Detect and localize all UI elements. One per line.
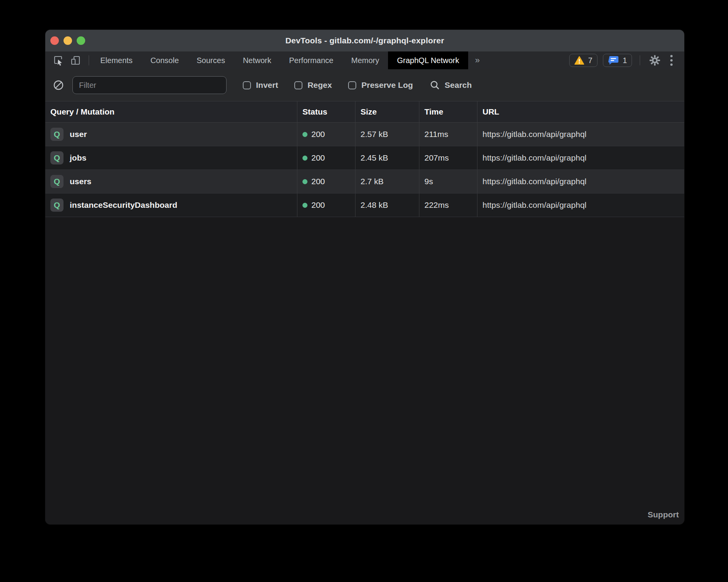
response-size: 2.48 kB <box>361 200 388 210</box>
status-ok-icon <box>302 179 307 184</box>
support-link[interactable]: Support <box>648 510 679 519</box>
tab-elements[interactable]: Elements <box>91 51 141 69</box>
device-toolbar-button[interactable] <box>69 53 82 67</box>
column-header-time[interactable]: Time <box>419 101 477 122</box>
requests-table-header: Query / Mutation Status Size Time URL <box>45 101 684 123</box>
inspect-element-button[interactable] <box>52 53 65 67</box>
column-header-url[interactable]: URL <box>477 101 684 122</box>
inspect-cursor-icon <box>53 55 64 66</box>
column-header-query-mutation[interactable]: Query / Mutation <box>45 101 297 122</box>
more-tabs-button[interactable]: » <box>468 51 487 69</box>
preserve-log-checkbox[interactable] <box>348 81 356 89</box>
requests-table-body: Q user 200 2.57 kB 211ms https://gitlab.… <box>45 123 684 217</box>
query-name: users <box>70 177 91 186</box>
filter-toolbar: Invert Regex Preserve Log Search <box>45 69 684 101</box>
request-time: 211ms <box>424 130 448 139</box>
status-code: 200 <box>311 130 325 139</box>
settings-button[interactable] <box>648 53 662 67</box>
tab-console[interactable]: Console <box>141 51 187 69</box>
message-icon <box>608 55 619 65</box>
window-title: DevTools - gitlab.com/-/graphql-explorer <box>45 36 684 45</box>
query-type-badge: Q <box>50 175 64 188</box>
dots-icon <box>670 55 673 57</box>
table-row[interactable]: Q jobs 200 2.45 kB 207ms https://gitlab.… <box>45 146 684 170</box>
query-type-badge: Q <box>50 199 64 212</box>
warnings-count: 7 <box>588 56 592 65</box>
request-url: https://gitlab.com/api/graphql <box>482 153 587 163</box>
tab-graphql-network[interactable]: GraphQL Network <box>388 51 468 69</box>
search-label: Search <box>445 80 472 90</box>
query-type-badge: Q <box>50 151 64 164</box>
search-icon <box>430 80 440 90</box>
panel-tabs: ElementsConsoleSourcesNetworkPerformance… <box>91 51 468 69</box>
status-code: 200 <box>311 200 325 210</box>
request-time: 222ms <box>424 200 449 210</box>
block-icon <box>53 80 64 91</box>
preserve-log-label: Preserve Log <box>361 80 413 90</box>
regex-checkbox-item[interactable]: Regex <box>294 80 332 90</box>
query-name: user <box>70 130 87 139</box>
regex-checkbox[interactable] <box>294 81 302 89</box>
status-ok-icon <box>302 132 307 137</box>
column-header-size[interactable]: Size <box>355 101 419 122</box>
response-size: 2.57 kB <box>361 130 388 139</box>
messages-count: 1 <box>623 56 627 65</box>
table-row[interactable]: Q user 200 2.57 kB 211ms https://gitlab.… <box>45 123 684 146</box>
query-type-badge: Q <box>50 128 64 141</box>
response-size: 2.45 kB <box>361 153 388 163</box>
regex-label: Regex <box>307 80 332 90</box>
warnings-badge[interactable]: 7 <box>569 54 598 67</box>
devtools-window: DevTools - gitlab.com/-/graphql-explorer <box>45 30 684 524</box>
devtools-tab-bar: ElementsConsoleSourcesNetworkPerformance… <box>45 51 684 69</box>
more-options-button[interactable] <box>667 55 676 66</box>
response-size: 2.7 kB <box>361 177 384 186</box>
title-bar: DevTools - gitlab.com/-/graphql-explorer <box>45 30 684 51</box>
toolbar-divider <box>89 55 89 65</box>
invert-checkbox-item[interactable]: Invert <box>243 80 278 90</box>
table-row[interactable]: Q users 200 2.7 kB 9s https://gitlab.com… <box>45 170 684 193</box>
messages-badge[interactable]: 1 <box>603 54 632 67</box>
table-empty-area: Support <box>45 217 684 524</box>
tab-network[interactable]: Network <box>234 51 280 69</box>
query-name: instanceSecurityDashboard <box>70 200 177 210</box>
filter-input[interactable] <box>72 76 227 94</box>
column-header-status[interactable]: Status <box>297 101 355 122</box>
tab-performance[interactable]: Performance <box>280 51 343 69</box>
tab-sources[interactable]: Sources <box>188 51 234 69</box>
device-toolbar-icon <box>70 55 81 66</box>
query-name: jobs <box>70 153 86 163</box>
request-time: 9s <box>424 177 433 186</box>
tab-memory[interactable]: Memory <box>342 51 388 69</box>
table-row[interactable]: Q instanceSecurityDashboard 200 2.48 kB … <box>45 193 684 217</box>
invert-checkbox[interactable] <box>243 81 251 89</box>
preserve-log-checkbox-item[interactable]: Preserve Log <box>348 80 413 90</box>
status-ok-icon <box>302 203 307 208</box>
request-url: https://gitlab.com/api/graphql <box>482 200 587 210</box>
request-url: https://gitlab.com/api/graphql <box>482 130 587 139</box>
gear-icon <box>649 55 661 66</box>
invert-label: Invert <box>256 80 278 90</box>
warning-icon <box>574 56 584 65</box>
status-code: 200 <box>311 177 325 186</box>
badges-divider <box>640 55 640 65</box>
clear-requests-button[interactable] <box>53 80 64 91</box>
status-ok-icon <box>302 156 307 161</box>
search-button[interactable]: Search <box>430 80 472 90</box>
request-url: https://gitlab.com/api/graphql <box>482 177 587 186</box>
request-time: 207ms <box>424 153 449 163</box>
status-code: 200 <box>311 153 325 163</box>
